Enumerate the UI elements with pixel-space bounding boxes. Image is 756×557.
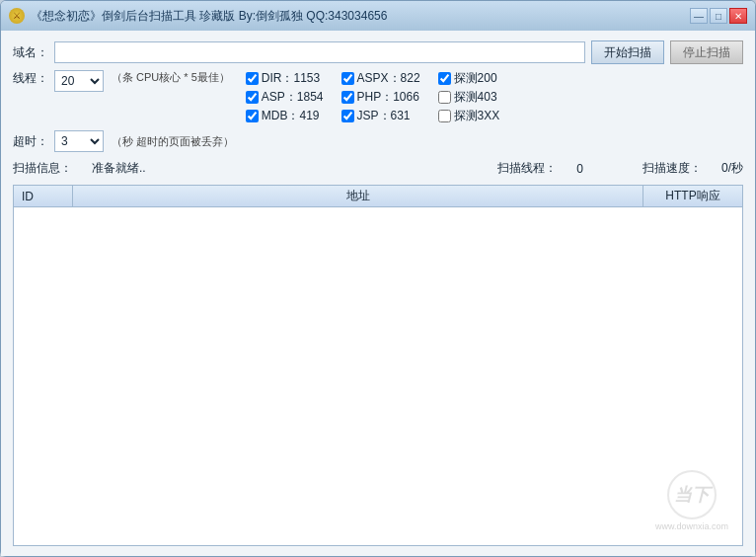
detect3xx-label: 探测3XX — [454, 108, 500, 124]
main-window: ⚔ 《想念初恋》倒剑后台扫描工具 珍藏版 By:倒剑孤独 QQ:34303465… — [0, 0, 756, 557]
timeout-row: 超时： 3 5 10 （秒 超时的页面被丢弃） — [13, 130, 743, 152]
table-body: 当下 www.downxia.com — [14, 207, 742, 545]
asp-label: ASP：1854 — [262, 89, 324, 106]
checkbox-aspx: ASPX：822 — [341, 70, 420, 87]
asp-checkbox[interactable] — [246, 91, 259, 104]
aspx-label: ASPX：822 — [357, 70, 420, 87]
table-header: ID 地址 HTTP响应 — [14, 186, 742, 207]
checkbox-asp: ASP：1854 — [246, 89, 324, 106]
watermark: 当下 www.downxia.com — [655, 470, 728, 531]
watermark-circle: 当下 — [667, 470, 717, 519]
checkbox-group-col1: DIR：1153 ASP：1854 MDB：419 — [246, 70, 324, 124]
col-http: HTTP响应 — [643, 186, 742, 206]
start-scan-button[interactable]: 开始扫描 — [591, 40, 664, 64]
domain-input[interactable] — [54, 41, 585, 63]
minimize-button[interactable]: — — [690, 8, 708, 24]
detect403-label: 探测403 — [454, 89, 497, 106]
thread-select[interactable]: 20 10 30 50 — [54, 70, 104, 92]
mdb-checkbox[interactable] — [246, 110, 259, 122]
main-content: 域名： 开始扫描 停止扫描 线程： 20 10 30 50 （条 CPU核心 *… — [1, 31, 755, 556]
mdb-label: MDB：419 — [262, 108, 320, 124]
status-bar: 扫描信息：准备就绪.. 扫描线程：0 扫描速度：0/秒 — [13, 158, 743, 179]
checkbox-dir: DIR：1153 — [246, 70, 324, 87]
php-checkbox[interactable] — [341, 91, 354, 104]
jsp-label: JSP：631 — [357, 108, 411, 124]
checkbox-200: 探测200 — [438, 70, 500, 87]
timeout-hint: （秒 超时的页面被丢弃） — [112, 134, 234, 149]
thread-label: 线程： — [13, 70, 48, 87]
watermark-logo: 当下 — [674, 483, 710, 507]
checkbox-3xx: 探测3XX — [438, 108, 500, 124]
detect200-checkbox[interactable] — [438, 72, 451, 85]
jsp-checkbox[interactable] — [341, 110, 354, 122]
scan-thread-value: 0 — [576, 162, 583, 176]
domain-label: 域名： — [13, 44, 48, 61]
app-icon: ⚔ — [9, 8, 25, 24]
timeout-select[interactable]: 3 5 10 — [54, 130, 104, 152]
checkbox-jsp: JSP：631 — [341, 108, 420, 124]
scan-info-label: 扫描信息： — [13, 160, 72, 177]
checkbox-php: PHP：1066 — [341, 89, 420, 106]
detect200-label: 探测200 — [454, 70, 497, 87]
timeout-label: 超时： — [13, 133, 48, 150]
scan-speed-label: 扫描速度： — [643, 160, 702, 177]
title-buttons: — □ ✕ — [690, 8, 747, 24]
col-id: ID — [14, 186, 73, 206]
detect3xx-checkbox[interactable] — [438, 110, 451, 122]
close-button[interactable]: ✕ — [729, 8, 747, 24]
domain-row: 域名： 开始扫描 停止扫描 — [13, 40, 743, 64]
checkbox-group-col3: 探测200 探测403 探测3XX — [438, 70, 500, 124]
col-addr: 地址 — [73, 186, 643, 206]
thread-hint: （条 CPU核心 * 5最佳） — [112, 70, 230, 85]
thread-options-row: 线程： 20 10 30 50 （条 CPU核心 * 5最佳） DIR：1153 — [13, 70, 743, 124]
dir-label: DIR：1153 — [262, 70, 320, 87]
watermark-url: www.downxia.com — [655, 521, 728, 531]
detect403-checkbox[interactable] — [438, 91, 451, 104]
maximize-button[interactable]: □ — [710, 8, 727, 24]
scan-thread-label: 扫描线程： — [497, 160, 557, 177]
title-bar: ⚔ 《想念初恋》倒剑后台扫描工具 珍藏版 By:倒剑孤独 QQ:34303465… — [1, 1, 755, 31]
results-table: ID 地址 HTTP响应 当下 www.downxia.com — [13, 185, 743, 546]
scan-speed-value: 0/秒 — [721, 160, 743, 177]
checkbox-mdb: MDB：419 — [246, 108, 324, 124]
title-left: ⚔ 《想念初恋》倒剑后台扫描工具 珍藏版 By:倒剑孤独 QQ:34303465… — [9, 8, 387, 25]
dir-checkbox[interactable] — [246, 72, 259, 85]
checkbox-403: 探测403 — [438, 89, 500, 106]
checkbox-group-col2: ASPX：822 PHP：1066 JSP：631 — [341, 70, 420, 124]
window-title: 《想念初恋》倒剑后台扫描工具 珍藏版 By:倒剑孤独 QQ:343034656 — [31, 8, 387, 25]
stop-scan-button[interactable]: 停止扫描 — [670, 40, 743, 64]
php-label: PHP：1066 — [357, 89, 419, 106]
aspx-checkbox[interactable] — [341, 72, 354, 85]
scan-info-value: 准备就绪.. — [92, 160, 146, 177]
